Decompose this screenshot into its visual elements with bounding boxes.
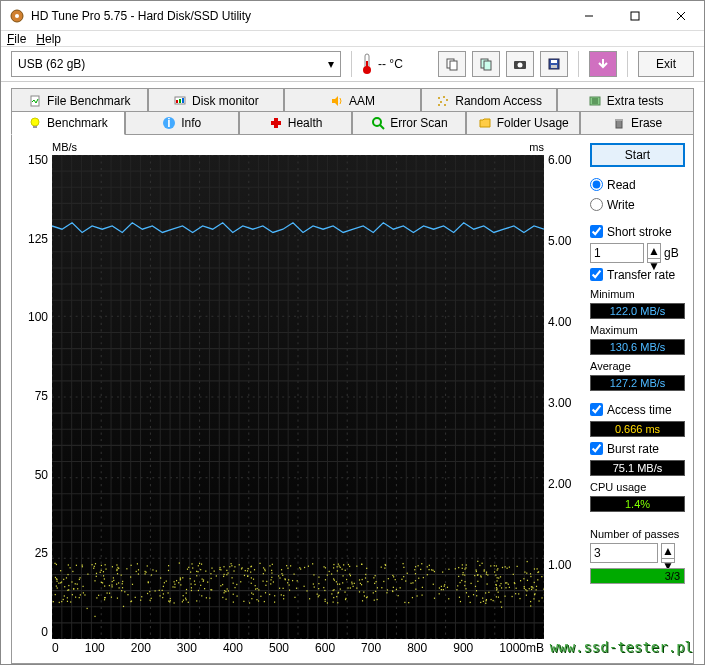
svg-rect-402	[313, 574, 314, 575]
svg-rect-186	[265, 570, 266, 571]
svg-rect-596	[196, 600, 197, 601]
svg-rect-143	[256, 599, 257, 600]
tab-aam[interactable]: AAM	[284, 88, 421, 112]
burst-rate-check[interactable]: Burst rate	[590, 440, 685, 457]
svg-rect-401	[234, 566, 235, 567]
health-icon	[269, 116, 283, 130]
maximum-label: Maximum	[590, 324, 685, 336]
svg-rect-394	[138, 569, 139, 570]
svg-rect-679	[169, 601, 170, 602]
info-icon: i	[162, 116, 176, 130]
start-button[interactable]: Start	[590, 143, 685, 167]
svg-rect-703	[66, 577, 67, 578]
svg-rect-370	[293, 573, 294, 574]
menu-file[interactable]: File	[7, 32, 26, 46]
svg-rect-523	[323, 587, 324, 588]
svg-rect-141	[117, 573, 118, 574]
svg-rect-326	[448, 569, 449, 570]
svg-rect-142	[105, 564, 106, 565]
svg-rect-263	[107, 592, 108, 593]
svg-rect-651	[499, 585, 500, 586]
svg-rect-246	[418, 578, 419, 579]
minimize-button[interactable]	[566, 1, 612, 31]
tab-benchmark[interactable]: Benchmark	[11, 111, 125, 135]
svg-rect-691	[496, 565, 497, 566]
drive-selector[interactable]: USB (62 gB) ▾	[11, 51, 341, 77]
svg-rect-607	[183, 600, 184, 601]
svg-rect-496	[464, 574, 465, 575]
chart-area: 150 125 100 75 50 25 0 MB/s ms	[20, 143, 580, 655]
tab-health[interactable]: Health	[239, 111, 353, 135]
read-radio[interactable]: Read	[590, 176, 685, 193]
passes-spinner[interactable]: ▲▼	[661, 543, 675, 563]
svg-rect-214	[331, 593, 332, 594]
copy-screenshot-button[interactable]	[472, 51, 500, 77]
svg-rect-715	[365, 574, 366, 575]
svg-rect-488	[149, 591, 150, 592]
svg-rect-579	[500, 576, 501, 577]
tab-error-scan[interactable]: Error Scan	[352, 111, 466, 135]
svg-rect-538	[186, 589, 187, 590]
svg-rect-297	[130, 576, 131, 577]
svg-rect-656	[327, 602, 328, 603]
svg-rect-716	[325, 601, 326, 602]
svg-rect-562	[105, 568, 106, 569]
svg-rect-333	[59, 602, 60, 603]
tab-file-benchmark[interactable]: File Benchmark	[11, 88, 148, 112]
tab-info[interactable]: iInfo	[125, 111, 239, 135]
svg-rect-153	[251, 598, 252, 599]
svg-rect-615	[79, 577, 80, 578]
svg-rect-147	[163, 586, 164, 587]
svg-rect-521	[138, 573, 139, 574]
svg-rect-555	[233, 570, 234, 571]
svg-rect-173	[421, 563, 422, 564]
svg-rect-508	[464, 585, 465, 586]
svg-rect-180	[401, 579, 402, 580]
transfer-rate-check[interactable]: Transfer rate	[590, 266, 685, 283]
svg-rect-245	[104, 578, 105, 579]
svg-rect-148	[233, 601, 234, 602]
options-button[interactable]	[589, 51, 617, 77]
svg-rect-499	[465, 588, 466, 589]
svg-rect-554	[318, 595, 319, 596]
passes-input[interactable]	[590, 543, 658, 563]
svg-rect-222	[233, 583, 234, 584]
close-button[interactable]	[658, 1, 704, 31]
svg-rect-609	[323, 566, 324, 567]
save-button[interactable]	[540, 51, 568, 77]
svg-rect-426	[250, 566, 251, 567]
svg-rect-243	[122, 581, 123, 582]
svg-rect-665	[113, 577, 114, 578]
svg-rect-603	[441, 589, 442, 590]
screenshot-button[interactable]	[506, 51, 534, 77]
short-stroke-check[interactable]: Short stroke	[590, 223, 685, 240]
write-radio[interactable]: Write	[590, 196, 685, 213]
svg-rect-698	[515, 593, 516, 594]
short-stroke-spinner[interactable]: ▲▼	[647, 243, 661, 263]
tab-disk-monitor[interactable]: Disk monitor	[148, 88, 285, 112]
menu-help[interactable]: Help	[36, 32, 61, 46]
svg-rect-529	[283, 588, 284, 589]
svg-rect-134	[488, 592, 489, 593]
access-time-check[interactable]: Access time	[590, 401, 685, 418]
svg-rect-362	[168, 570, 169, 571]
svg-line-40	[380, 125, 384, 129]
exit-button[interactable]: Exit	[638, 51, 694, 77]
tab-random-access[interactable]: Random Access	[421, 88, 558, 112]
svg-rect-389	[381, 567, 382, 568]
copy-info-button[interactable]	[438, 51, 466, 77]
svg-rect-281	[468, 596, 469, 597]
svg-rect-655	[79, 579, 80, 580]
tab-erase[interactable]: Erase	[580, 111, 694, 135]
svg-rect-628	[444, 586, 445, 587]
short-stroke-input[interactable]	[590, 243, 644, 263]
tab-folder-usage[interactable]: Folder Usage	[466, 111, 580, 135]
maximize-button[interactable]	[612, 1, 658, 31]
svg-rect-259	[403, 567, 404, 568]
tab-extra-tests[interactable]: Extra tests	[557, 88, 694, 112]
svg-point-1	[15, 14, 19, 18]
svg-rect-610	[206, 597, 207, 598]
progress-bar: 3/3	[590, 568, 685, 584]
svg-rect-268	[497, 577, 498, 578]
svg-rect-711	[392, 590, 393, 591]
